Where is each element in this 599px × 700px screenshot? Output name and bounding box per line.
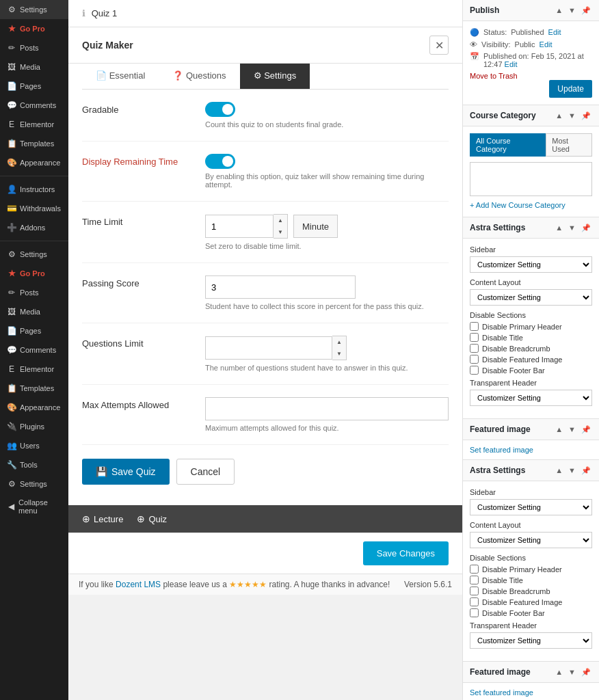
fi1-pin-btn[interactable]: 📌 [580,425,592,434]
sidebar-item-tools[interactable]: 🔧 Tools [0,455,68,474]
content-layout-select-1[interactable]: Customizer Setting [470,289,592,306]
gradable-toggle[interactable] [205,102,235,117]
sidebar-item-appearance-bottom[interactable]: 🎨 Appearance [0,398,68,417]
add-quiz-button[interactable]: ⊕ Quiz [137,513,167,524]
disable-breadcrumb-checkbox-2[interactable] [470,587,479,595]
disable-featured-image-2: Disable Featured Image [470,597,592,606]
fi1-collapse-btn[interactable]: ▲ [554,425,564,434]
disable-featured-image-label-1: Disable Featured Image [482,355,562,364]
passing-score-row: Passing Score Student have to collect th… [82,263,449,323]
disable-primary-header-checkbox-2[interactable] [470,565,479,574]
quiz-close-button[interactable]: ✕ [429,36,449,55]
published-edit-link[interactable]: Edit [505,60,518,68]
sidebar-item-media-top[interactable]: 🖼 Media [0,57,68,77]
disable-primary-header-checkbox-1[interactable] [470,322,479,331]
max-attempts-input[interactable] [205,397,449,420]
sidebar-select-1[interactable]: Customizer Setting [470,256,592,273]
display-time-toggle[interactable] [205,154,235,169]
disable-title-checkbox-2[interactable] [470,576,479,584]
sidebar-item-posts-top[interactable]: ✏ Posts [0,38,68,57]
sidebar-item-settings[interactable]: ⚙ Settings [0,0,68,19]
fi2-collapse-btn[interactable]: ▲ [554,668,564,677]
sidebar-item-comments-top[interactable]: 💬 Comments [0,96,68,115]
publish-collapse-btn[interactable]: ▲ [554,6,564,15]
visibility-edit-link[interactable]: Edit [540,40,553,49]
astra1-collapse-btn[interactable]: ▲ [554,224,564,232]
update-button[interactable]: Update [549,80,592,98]
add-new-category-link[interactable]: + Add New Course Category [470,201,565,209]
sidebar-item-gopro-bottom[interactable]: ★ Go Pro [0,264,68,283]
publish-expand-btn[interactable]: ▼ [567,6,577,15]
time-limit-input[interactable] [205,215,274,238]
tab-settings[interactable]: ⚙ Settings [240,64,310,89]
disable-footer-bar-checkbox-1[interactable] [470,366,479,375]
fi2-expand-btn[interactable]: ▼ [567,668,577,677]
sidebar-item-addons[interactable]: ➕ Addons [0,218,68,237]
set-featured-image-link-2[interactable]: Set featured image [463,683,599,700]
tab-essential[interactable]: 📄 Essential [82,64,159,89]
sidebar-item-posts-bottom[interactable]: ✏ Posts [0,283,68,302]
questions-limit-input[interactable] [205,336,332,360]
save-quiz-button[interactable]: 💾 Save Quiz [82,459,170,485]
sidebar-select-2[interactable]: Customizer Setting [470,499,592,515]
save-changes-button[interactable]: Save Changes [363,541,449,565]
astra2-expand-btn[interactable]: ▼ [567,466,577,475]
footer-version: Version 5.6.1 [404,580,452,589]
cat-expand-btn[interactable]: ▼ [567,111,577,120]
time-limit-increment[interactable]: ▲ [274,215,287,226]
all-category-tab[interactable]: All Course Category [470,133,546,157]
disable-featured-image-checkbox-1[interactable] [470,355,479,364]
tab-questions[interactable]: ❓ Questions [159,64,239,89]
transparent-header-select-2[interactable]: Customizer Setting [470,632,592,649]
passing-score-hint: Student have to collect this score in pe… [205,302,449,310]
cat-collapse-btn[interactable]: ▲ [554,111,564,120]
move-to-trash-link[interactable]: Move to Trash [470,72,592,80]
passing-score-input[interactable] [205,275,356,299]
fi1-expand-btn[interactable]: ▼ [567,425,577,434]
sidebar-item-elementor-bottom[interactable]: E Elementor [0,360,68,379]
questions-limit-increment[interactable]: ▲ [332,336,346,348]
astra2-collapse-btn[interactable]: ▲ [554,466,564,475]
astra2-pin-btn[interactable]: 📌 [580,466,592,475]
footer-brand-link[interactable]: Dozent LMS [116,580,163,589]
status-edit-link[interactable]: Edit [548,28,561,36]
disable-featured-image-checkbox-2[interactable] [470,597,479,606]
sidebar-item-instructors[interactable]: 👤 Instructors [0,180,68,199]
disable-title-checkbox-1[interactable] [470,333,479,342]
sidebar-item-pages-top[interactable]: 📄 Pages [0,77,68,96]
astra1-expand-btn[interactable]: ▼ [567,224,577,232]
publish-pin-btn[interactable]: 📌 [580,6,592,15]
time-limit-decrement[interactable]: ▼ [274,226,287,238]
cancel-button[interactable]: Cancel [176,459,235,485]
sidebar-item-withdrawals[interactable]: 💳 Withdrawals [0,199,68,218]
sidebar-item-settings2[interactable]: ⚙ Settings [0,245,68,264]
disable-breadcrumb-checkbox-1[interactable] [470,344,479,353]
sidebar-item-plugins[interactable]: 🔌 Plugins [0,417,68,436]
sidebar-item-comments-bottom[interactable]: 💬 Comments [0,340,68,360]
cat-pin-btn[interactable]: 📌 [580,111,592,120]
sidebar-item-users[interactable]: 👥 Users [0,436,68,455]
content-layout-select-2[interactable]: Customizer Setting [470,532,592,548]
questions-limit-decrement[interactable]: ▼ [332,348,346,360]
sidebar-item-appearance-top[interactable]: 🎨 Appearance [0,153,68,172]
sidebar: ⚙ Settings ★ Go Pro ✏ Posts 🖼 Media 📄 Pa… [0,0,68,700]
most-used-tab[interactable]: Most Used [546,133,592,157]
sidebar-item-label: Go Pro [20,25,45,33]
footer-stars: ★★★★★ [229,580,267,589]
sidebar-item-gopro-top[interactable]: ★ Go Pro [0,19,68,38]
sidebar-item-label: Addons [20,224,45,232]
set-featured-image-link-1[interactable]: Set featured image [463,440,599,459]
sidebar-item-collapse[interactable]: ◀ Collapse menu [0,494,68,520]
astra1-pin-btn[interactable]: 📌 [580,224,592,232]
sidebar-item-pages-bottom[interactable]: 📄 Pages [0,321,68,340]
disable-footer-bar-checkbox-2[interactable] [470,608,479,617]
media2-icon: 🖼 [7,307,16,317]
add-lecture-button[interactable]: ⊕ Lecture [82,513,123,524]
sidebar-item-media-bottom[interactable]: 🖼 Media [0,302,68,321]
transparent-header-select-1[interactable]: Customizer Setting [470,390,592,406]
sidebar-item-templates-bottom[interactable]: 📋 Templates [0,379,68,398]
fi2-pin-btn[interactable]: 📌 [580,668,592,677]
sidebar-item-settings3[interactable]: ⚙ Settings [0,474,68,494]
sidebar-item-templates-top[interactable]: 📋 Templates [0,134,68,153]
sidebar-item-elementor-top[interactable]: E Elementor [0,115,68,134]
